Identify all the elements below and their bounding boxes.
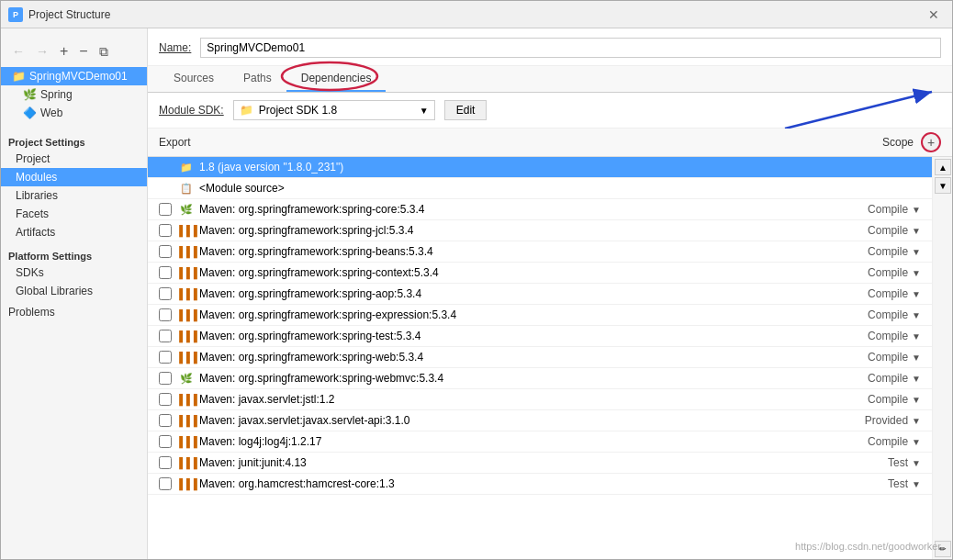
dep-checkbox-junit[interactable] [159,456,172,469]
sidebar-item-project[interactable]: Project [1,150,147,168]
deps-header: Export Scope + [148,129,952,157]
dep-scope-spring-web: Compile [844,351,908,364]
dep-scope-arrow-spring-core[interactable]: ▼ [912,205,921,215]
dep-scope-spring-context: Compile [844,266,908,279]
dep-name-spring-webmvc: Maven: org.springframework:spring-webmvc… [199,372,844,385]
dep-row-spring-context[interactable]: ▐▐▐ Maven: org.springframework:spring-co… [148,263,932,284]
tree-item-spring[interactable]: 🌿 Spring [1,85,147,104]
dep-checkbox-spring-beans[interactable] [159,245,172,258]
main-content: ← → + − ⧉ 📁 SpringMVCDemo01 🌿 Spring 🔷 W… [1,28,952,559]
dep-row-junit[interactable]: ▐▐▐ Maven: junit:junit:4.13 Test ▼ [148,453,932,474]
dep-checkbox-spring-webmvc[interactable] [159,372,172,385]
dep-scope-arrow-spring-test[interactable]: ▼ [912,331,921,342]
dep-row-jstl[interactable]: ▐▐▐ Maven: javax.servlet:jstl:1.2 Compil… [148,389,932,410]
dep-row-spring-test[interactable]: ▐▐▐ Maven: org.springframework:spring-te… [148,326,932,347]
dep-scope-junit: Test [844,456,908,469]
dep-row-spring-jcl[interactable]: ▐▐▐ Maven: org.springframework:spring-jc… [148,220,932,241]
dep-row-log4j[interactable]: ▐▐▐ Maven: log4j:log4j:1.2.17 Compile ▼ [148,431,932,453]
dep-scope-arrow-spring-expression[interactable]: ▼ [912,310,921,320]
scroll-down-button[interactable]: ▼ [935,177,951,194]
dep-checkbox-spring-jcl[interactable] [159,224,172,237]
dep-row-spring-beans[interactable]: ▐▐▐ Maven: org.springframework:spring-be… [148,241,932,263]
folder-icon: 📁 [12,70,26,83]
dep-checkbox-spring-core[interactable] [159,203,172,216]
dep-checkbox-log4j[interactable] [159,435,172,448]
sidebar-item-libraries[interactable]: Libraries [1,186,147,205]
add-dependency-button[interactable]: + [921,132,941,152]
dep-checkbox-spring-web[interactable] [159,351,172,364]
dep-scope-arrow-spring-aop[interactable]: ▼ [912,289,921,299]
dep-name-jdk: 1.8 (java version "1.8.0_231") [199,161,857,174]
dep-row-spring-web[interactable]: ▐▐▐ Maven: org.springframework:spring-we… [148,347,932,368]
dep-scope-hamcrest: Test [844,477,908,490]
dep-name-spring-expression: Maven: org.springframework:spring-expres… [199,308,844,321]
add-module-button[interactable]: + [56,41,72,62]
dep-name-spring-web: Maven: org.springframework:spring-web:5.… [199,351,844,364]
sdk-label: Module SDK: [159,104,224,117]
tab-sources[interactable]: Sources [159,66,229,92]
tabs-row: Sources Paths Dependencies [148,66,952,93]
sidebar-item-sdks[interactable]: SDKs [1,263,147,282]
spring-jcl-icon: ▐▐▐ [179,223,194,238]
dep-row-jdk[interactable]: 📁 1.8 (java version "1.8.0_231") [148,157,932,178]
dep-name-jstl: Maven: javax.servlet:jstl:1.2 [199,393,844,406]
dep-scope-arrow-servlet-api[interactable]: ▼ [912,416,921,426]
dep-scope-arrow-spring-web[interactable]: ▼ [912,353,921,363]
dep-scope-jstl: Compile [844,393,908,406]
dep-checkbox-spring-context[interactable] [159,266,172,279]
dep-checkbox-spring-expression[interactable] [159,308,172,321]
dep-row-spring-core[interactable]: 🌿 Maven: org.springframework:spring-core… [148,199,932,220]
forward-button[interactable]: → [32,42,52,61]
dep-scope-arrow-log4j[interactable]: ▼ [912,437,921,447]
dep-checkbox-spring-aop[interactable] [159,287,172,300]
close-button[interactable]: ✕ [923,6,945,24]
edit-sdk-button[interactable]: Edit [444,100,488,120]
sdk-select[interactable]: 📁 Project SDK 1.8 ▼ [233,100,435,120]
dependencies-area: Export Scope + 📁 1.8 (java version "1.8.… [148,129,952,559]
sidebar-item-problems[interactable]: Problems [1,300,147,321]
sidebar-item-artifacts[interactable]: Artifacts [1,223,147,241]
tab-dependencies[interactable]: Dependencies [286,66,387,92]
dep-row-module-source[interactable]: 📋 <Module source> [148,178,932,199]
spring-context-icon: ▐▐▐ [179,265,194,280]
sdk-value: Project SDK 1.8 [259,104,337,117]
tree-item-web[interactable]: 🔷 Web [1,104,147,122]
sidebar-item-facets[interactable]: Facets [1,205,147,223]
main-panel: Name: Sources Paths Dependencies Module … [148,28,952,559]
tab-paths[interactable]: Paths [229,66,286,92]
tree-item-spring-label: Spring [40,88,73,101]
dep-scope-arrow-spring-context[interactable]: ▼ [912,268,921,278]
name-input[interactable] [200,38,941,58]
back-button[interactable]: ← [8,42,28,61]
tree-item-springmvcdemo01[interactable]: 📁 SpringMVCDemo01 [1,67,147,85]
dep-scope-arrow-hamcrest[interactable]: ▼ [912,479,921,489]
dep-scope-arrow-spring-beans[interactable]: ▼ [912,247,921,257]
dep-name-spring-context: Maven: org.springframework:spring-contex… [199,266,844,279]
global-libs-nav-label: Global Libraries [16,285,93,297]
dep-row-spring-expression[interactable]: ▐▐▐ Maven: org.springframework:spring-ex… [148,305,932,326]
dep-scope-arrow-jstl[interactable]: ▼ [912,395,921,405]
dep-scope-arrow-spring-jcl[interactable]: ▼ [912,226,921,236]
dep-row-hamcrest[interactable]: ▐▐▐ Maven: org.hamcrest:hamcrest-core:1.… [148,474,932,495]
dep-scope-spring-core: Compile [844,203,908,216]
junit-icon: ▐▐▐ [179,455,194,470]
dep-scope-arrow-junit[interactable]: ▼ [912,458,921,468]
dep-checkbox-jstl[interactable] [159,393,172,406]
scroll-up-button[interactable]: ▲ [935,159,951,175]
dep-checkbox-spring-test[interactable] [159,330,172,342]
sidebar-item-global-libraries[interactable]: Global Libraries [1,282,147,300]
sidebar-item-modules[interactable]: Modules [1,168,147,186]
export-header: Export [159,136,840,149]
tree-item-label: SpringMVCDemo01 [29,70,128,83]
dep-name-spring-core: Maven: org.springframework:spring-core:5… [199,203,844,216]
project-nav-label: Project [16,152,50,165]
dep-scope-arrow-spring-webmvc[interactable]: ▼ [912,374,921,384]
dep-checkbox-hamcrest[interactable] [159,477,172,490]
dep-row-spring-webmvc[interactable]: 🌿 Maven: org.springframework:spring-webm… [148,368,932,389]
dep-row-servlet-api[interactable]: ▐▐▐ Maven: javax.servlet:javax.servlet-a… [148,410,932,431]
dep-row-spring-aop[interactable]: ▐▐▐ Maven: org.springframework:spring-ao… [148,284,932,305]
remove-module-button[interactable]: − [75,41,91,62]
copy-module-button[interactable]: ⧉ [95,42,112,62]
dep-checkbox-servlet-api[interactable] [159,414,172,427]
project-structure-window: P Project Structure ✕ ← → + − ⧉ 📁 Spring… [0,0,953,560]
